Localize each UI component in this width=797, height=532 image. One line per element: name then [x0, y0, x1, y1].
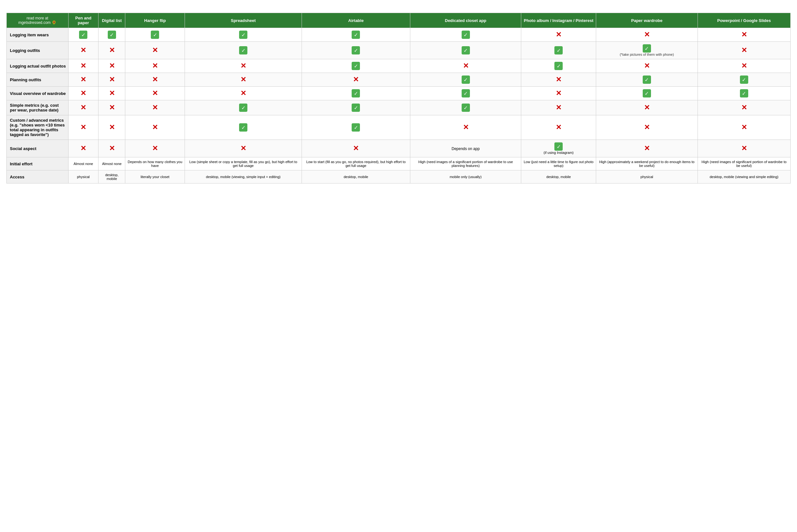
- cross-icon: ✕: [741, 103, 747, 112]
- cell-r8-c1: Almost none: [98, 157, 125, 170]
- cell-r6-c1: ✕: [98, 115, 125, 140]
- cross-icon: ✕: [80, 76, 86, 83]
- cell-r2-c8: ✕: [698, 59, 790, 73]
- row-label: Access: [7, 170, 69, 184]
- cell-r7-c0: ✕: [68, 140, 98, 157]
- text-value: mobile only (usually): [449, 175, 481, 179]
- cell-r1-c5: ✓: [410, 42, 521, 59]
- cell-r7-c2: ✕: [125, 140, 185, 157]
- cross-icon: ✕: [240, 144, 246, 152]
- cell-r4-c4: ✓: [302, 87, 410, 100]
- cross-icon: ✕: [80, 89, 86, 97]
- text-value: desktop, mobile: [344, 175, 368, 179]
- cross-icon: ✕: [109, 123, 115, 131]
- row-label: Custom / advanced metrics (e.g. "shoes w…: [7, 115, 69, 140]
- check-icon: ✓: [108, 33, 116, 38]
- cell-r4-c7: ✓: [596, 87, 698, 100]
- cell-r0-c6: ✕: [521, 28, 596, 42]
- cell-r6-c7: ✕: [596, 115, 698, 140]
- cell-r7-c7: ✕: [596, 140, 698, 157]
- check-icon: ✓: [643, 78, 651, 82]
- table-row: Social aspect✕✕✕✕✕Depends on app✓ (if us…: [7, 140, 791, 157]
- check-note2: ✓ (if using Instagram): [523, 145, 594, 155]
- text-value: High (need images of significant portion…: [702, 160, 787, 168]
- cross-icon: ✕: [463, 123, 469, 131]
- text-value: High (approximately a weekend project to…: [599, 160, 694, 168]
- cell-r0-c7: ✕: [596, 28, 698, 42]
- table-row: Custom / advanced metrics (e.g. "shoes w…: [7, 115, 791, 140]
- cross-icon: ✕: [741, 46, 747, 54]
- cell-r8-c6: Low (just need a little time to figure o…: [521, 157, 596, 170]
- check-icon: ✓: [554, 49, 563, 53]
- cell-r9-c2: literally your closet: [125, 170, 185, 184]
- cross-icon: ✕: [152, 89, 158, 97]
- check-icon: ✓: [740, 78, 748, 82]
- check-icon: ✓: [643, 91, 651, 96]
- text-value: literally your closet: [141, 175, 169, 179]
- check-icon: ✓: [462, 106, 470, 111]
- cell-r0-c1: ✓: [98, 28, 125, 42]
- cell-r8-c0: Almost none: [68, 157, 98, 170]
- row-label: Logging outfits: [7, 42, 69, 59]
- text-value: desktop, mobile (viewing and simple edit…: [710, 175, 779, 179]
- header-col-7: Paper wardrobe: [596, 13, 698, 28]
- cell-r2-c1: ✕: [98, 59, 125, 73]
- check-note: ✓ (*take pictures of them with phone): [598, 47, 696, 57]
- cross-icon: ✕: [556, 76, 561, 83]
- cross-icon: ✕: [741, 62, 747, 70]
- cell-r2-c5: ✕: [410, 59, 521, 73]
- row-label: Visual overview of wardrobe: [7, 87, 69, 100]
- cell-r5-c2: ✕: [125, 100, 185, 115]
- cross-icon: ✕: [741, 144, 747, 152]
- cell-r2-c4: ✓: [302, 59, 410, 73]
- check-icon: ✓: [239, 49, 247, 53]
- text-value: physical: [77, 175, 90, 179]
- cell-r6-c6: ✕: [521, 115, 596, 140]
- cell-r8-c4: Low to start (fill as you go, no photos …: [302, 157, 410, 170]
- cell-r6-c8: ✕: [698, 115, 790, 140]
- cross-icon: ✕: [556, 123, 561, 131]
- check-icon: ✓: [239, 106, 247, 111]
- header-row-label: read more at mgetsdressed.com 🌻: [7, 13, 69, 28]
- check-icon: ✓: [352, 106, 360, 111]
- cell-r8-c8: High (need images of significant portion…: [698, 157, 790, 170]
- check-icon: ✓: [352, 64, 360, 69]
- check-icon: ✓: [462, 91, 470, 96]
- text-value: Low (simple sheet or copy a template, fi…: [189, 160, 297, 168]
- cell-r3-c3: ✕: [185, 73, 301, 87]
- cell-r1-c2: ✕: [125, 42, 185, 59]
- cell-r7-c8: ✕: [698, 140, 790, 157]
- table-row: Logging actual outfit photos✕✕✕✕✓✕✓✕✕: [7, 59, 791, 73]
- cell-r4-c2: ✕: [125, 87, 185, 100]
- cross-icon: ✕: [152, 62, 158, 70]
- cross-icon: ✕: [741, 31, 747, 39]
- cross-icon: ✕: [109, 62, 115, 70]
- cross-icon: ✕: [80, 144, 86, 152]
- cell-r6-c4: ✓: [302, 115, 410, 140]
- text-value: High (need images of a significant porti…: [418, 160, 513, 168]
- cell-r3-c6: ✕: [521, 73, 596, 87]
- cell-r9-c5: mobile only (usually): [410, 170, 521, 184]
- check-icon: ✓: [352, 33, 360, 38]
- header-col-5: Dedicated closet app: [410, 13, 521, 28]
- cell-r8-c7: High (approximately a weekend project to…: [596, 157, 698, 170]
- cross-icon: ✕: [109, 76, 115, 83]
- cell-r5-c7: ✕: [596, 100, 698, 115]
- cross-icon: ✕: [240, 76, 246, 83]
- cross-icon: ✕: [644, 31, 650, 39]
- check-icon: ✓: [352, 126, 360, 130]
- cell-r7-c6: ✓ (if using Instagram): [521, 140, 596, 157]
- cell-r0-c3: ✓: [185, 28, 301, 42]
- check-icon: ✓: [554, 64, 563, 69]
- check-icon: ✓: [151, 33, 159, 38]
- cell-r5-c4: ✓: [302, 100, 410, 115]
- cross-icon: ✕: [741, 123, 747, 131]
- cell-r2-c7: ✕: [596, 59, 698, 73]
- cell-r8-c5: High (need images of a significant porti…: [410, 157, 521, 170]
- row-label: Planning outfits: [7, 73, 69, 87]
- cell-r3-c1: ✕: [98, 73, 125, 87]
- cell-r4-c1: ✕: [98, 87, 125, 100]
- text-value: Low (just need a little time to figure o…: [524, 160, 594, 168]
- check-icon: ✓: [462, 49, 470, 53]
- depends-cell: Depends on app: [410, 140, 521, 157]
